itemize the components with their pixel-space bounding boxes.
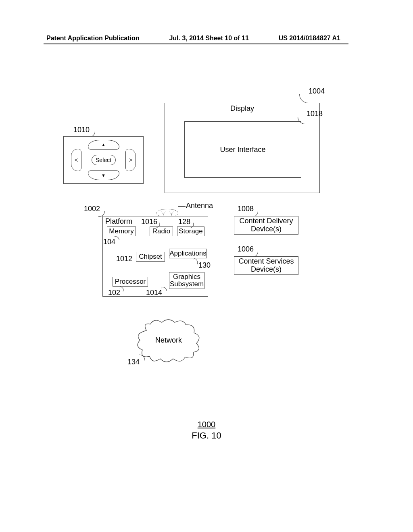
header-right: US 2014/0184827 A1 <box>279 35 340 42</box>
ref-1010: 1010 <box>73 126 90 134</box>
ref-1002: 1002 <box>84 205 100 213</box>
figure-label: FIG. 10 <box>0 430 413 441</box>
ref-1016: 1016 <box>141 218 157 226</box>
ref-102: 102 <box>108 289 120 297</box>
ref-1008: 1008 <box>238 205 254 213</box>
leader-1004 <box>299 94 308 103</box>
dpad-right[interactable]: > <box>125 149 136 171</box>
user-interface-box: User Interface <box>184 121 301 178</box>
dpad-up[interactable]: ▲ <box>88 140 119 150</box>
display-title: Display <box>165 104 319 113</box>
content-delivery-box: Content Delivery Device(s) <box>234 216 298 235</box>
header-mid: Jul. 3, 2014 Sheet 10 of 11 <box>169 35 248 42</box>
processor-box: Processor <box>113 277 148 287</box>
platform-title: Platform <box>105 217 132 226</box>
leader-antenna <box>178 206 186 207</box>
radio-box: Radio <box>150 227 173 236</box>
graphics-subsystem-box: Graphics Subsystem <box>169 272 204 289</box>
header-left: Patent Application Publication <box>46 35 140 42</box>
ref-130: 130 <box>198 261 211 270</box>
leader-1012 <box>131 259 136 259</box>
display-box: Display User Interface <box>165 103 320 193</box>
dpad-down[interactable]: ▼ <box>88 170 119 180</box>
ref-1014: 1014 <box>146 289 162 297</box>
figure-number: 1000 <box>0 420 413 429</box>
remote-control: ▲ ▼ < > Select <box>63 136 144 184</box>
antenna-label: Antenna <box>186 202 213 210</box>
network-label: Network <box>155 336 182 345</box>
chipset-box: Chipset <box>136 252 165 262</box>
network-cloud: Network <box>134 318 203 363</box>
applications-box: Applications <box>169 249 207 258</box>
ref-1006: 1006 <box>238 245 254 254</box>
dpad-left[interactable]: < <box>71 149 81 171</box>
ref-128: 128 <box>178 218 190 226</box>
ref-134: 134 <box>127 358 140 366</box>
header-rule <box>44 44 348 44</box>
content-services-box: Content Services Device(s) <box>234 256 298 275</box>
ref-1018: 1018 <box>307 110 323 118</box>
ref-1004: 1004 <box>309 87 325 96</box>
page-header: Patent Application Publication Jul. 3, 2… <box>46 35 340 42</box>
select-button[interactable]: Select <box>92 155 116 165</box>
ref-1012: 1012 <box>116 255 132 263</box>
memory-box: Memory <box>107 227 136 236</box>
ref-104: 104 <box>103 238 115 246</box>
